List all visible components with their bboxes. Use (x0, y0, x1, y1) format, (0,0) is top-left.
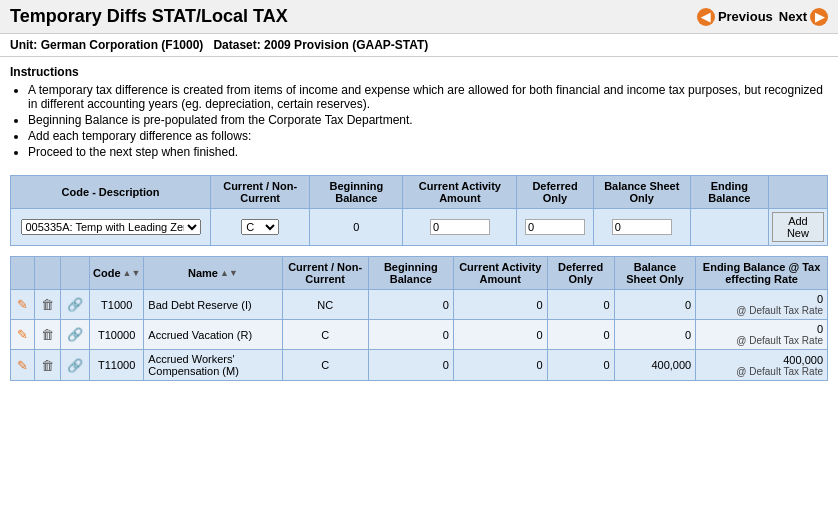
link-button[interactable]: 🔗 (65, 327, 85, 342)
edit-cell: ✎ (11, 290, 35, 320)
th-beg-balance: Beginning Balance (310, 176, 403, 209)
unit-value: German Corporation (F1000) (41, 38, 204, 52)
entry-deferred-only-cell (517, 209, 593, 246)
entry-balance-sheet-cell (593, 209, 690, 246)
delete-button[interactable]: 🗑 (39, 327, 56, 342)
entry-curr-activity-cell (403, 209, 517, 246)
link-button[interactable]: 🔗 (65, 297, 85, 312)
th-deferred-only: Deferred Only (517, 176, 593, 209)
nav-buttons: ◀ Previous Next ▶ (697, 8, 828, 26)
instruction-item-2: Beginning Balance is pre-populated from … (28, 113, 828, 127)
th-data-code: Code ▲▼ (90, 257, 144, 290)
row-beg-balance: 0 (368, 320, 453, 350)
code-desc-dropdown[interactable]: 005335A: Temp with Leading Zero (21, 219, 201, 235)
row-deferred-only: 0 (547, 350, 614, 381)
edit-cell: ✎ (11, 320, 35, 350)
next-button[interactable]: Next ▶ (779, 8, 828, 26)
name-sort-icon: ▲▼ (220, 268, 238, 278)
row-code: T1000 (90, 290, 144, 320)
delete-button[interactable]: 🗑 (39, 358, 56, 373)
instructions-title: Instructions (10, 65, 828, 79)
entry-beg-balance-cell: 0 (310, 209, 403, 246)
instruction-item-3: Add each temporary difference as follows… (28, 129, 828, 143)
row-curr: C (282, 350, 368, 381)
th-data-name: Name ▲▼ (144, 257, 282, 290)
instructions-list: A temporary tax difference is created fr… (10, 83, 828, 159)
edit-button[interactable]: ✎ (15, 358, 30, 373)
th-col1 (11, 257, 35, 290)
entry-code-desc-cell: 005335A: Temp with Leading Zero (11, 209, 211, 246)
row-curr: NC (282, 290, 368, 320)
row-curr-activity: 0 (453, 290, 547, 320)
th-col2 (35, 257, 61, 290)
row-ending-balance: 400,000 @ Default Tax Rate (696, 350, 828, 381)
link-button[interactable]: 🔗 (65, 358, 85, 373)
table-row: ✎ 🗑 🔗 T1000 Bad Debt Reserve (I) NC 0 0 … (11, 290, 828, 320)
th-curr-non-curr: Current / Non-Current (211, 176, 310, 209)
row-curr: C (282, 320, 368, 350)
previous-button[interactable]: ◀ Previous (697, 8, 773, 26)
th-data-activity: Current Activity Amount (453, 257, 547, 290)
link-cell: 🔗 (61, 320, 90, 350)
prev-circle-icon: ◀ (697, 8, 715, 26)
row-beg-balance: 0 (368, 350, 453, 381)
edit-button[interactable]: ✎ (15, 297, 30, 312)
tax-rate-label: @ Default Tax Rate (700, 305, 823, 316)
row-beg-balance: 0 (368, 290, 453, 320)
data-table-section: Code ▲▼ Name ▲▼ Current / Non-Current Be… (0, 252, 838, 391)
delete-button[interactable]: 🗑 (39, 297, 56, 312)
curr-activity-input[interactable] (430, 219, 490, 235)
entry-table: Code - Description Current / Non-Current… (10, 175, 828, 246)
th-data-beg: Beginning Balance (368, 257, 453, 290)
entry-input-row: 005335A: Temp with Leading Zero C NC 0 (11, 209, 828, 246)
header-bar: Temporary Diffs STAT/Local TAX ◀ Previou… (0, 0, 838, 34)
table-row: ✎ 🗑 🔗 T10000 Accrued Vacation (R) C 0 0 … (11, 320, 828, 350)
add-new-button[interactable]: Add New (772, 212, 824, 242)
th-action (768, 176, 827, 209)
table-row: ✎ 🗑 🔗 T11000 Accrued Workers' Compensati… (11, 350, 828, 381)
tax-rate-label: @ Default Tax Rate (700, 335, 823, 346)
deferred-only-input[interactable] (525, 219, 585, 235)
th-code-desc: Code - Description (11, 176, 211, 209)
th-curr-activity: Current Activity Amount (403, 176, 517, 209)
row-balance-sheet: 0 (614, 290, 696, 320)
data-table: Code ▲▼ Name ▲▼ Current / Non-Current Be… (10, 256, 828, 381)
th-ending-balance: Ending Balance (690, 176, 768, 209)
row-deferred-only: 0 (547, 290, 614, 320)
row-code: T11000 (90, 350, 144, 381)
row-balance-sheet: 0 (614, 320, 696, 350)
tax-rate-label: @ Default Tax Rate (700, 366, 823, 377)
entry-form-section: Code - Description Current / Non-Current… (0, 169, 838, 252)
curr-non-curr-select[interactable]: C NC (241, 219, 279, 235)
th-data-ending: Ending Balance @ Tax effecting Rate (696, 257, 828, 290)
th-data-deferred: Deferred Only (547, 257, 614, 290)
row-deferred-only: 0 (547, 320, 614, 350)
link-cell: 🔗 (61, 350, 90, 381)
name-sort-header: Name ▲▼ (147, 267, 278, 279)
th-data-curr: Current / Non-Current (282, 257, 368, 290)
row-code: T10000 (90, 320, 144, 350)
page-title: Temporary Diffs STAT/Local TAX (10, 6, 288, 27)
dataset-value: 2009 Provision (GAAP-STAT) (264, 38, 428, 52)
beg-balance-value: 0 (353, 221, 359, 233)
dataset-label: Dataset: (213, 38, 260, 52)
row-balance-sheet: 400,000 (614, 350, 696, 381)
row-ending-balance: 0 @ Default Tax Rate (696, 320, 828, 350)
unit-label: Unit: (10, 38, 37, 52)
delete-cell: 🗑 (35, 290, 61, 320)
balance-sheet-input[interactable] (612, 219, 672, 235)
th-data-balance-sheet: Balance Sheet Only (614, 257, 696, 290)
entry-ending-balance-cell (690, 209, 768, 246)
delete-cell: 🗑 (35, 320, 61, 350)
instruction-item-1: A temporary tax difference is created fr… (28, 83, 828, 111)
code-sort-header: Code ▲▼ (93, 267, 140, 279)
row-name: Bad Debt Reserve (I) (144, 290, 282, 320)
entry-add-new-cell: Add New (768, 209, 827, 246)
th-balance-sheet-only: Balance Sheet Only (593, 176, 690, 209)
row-name: Accrued Vacation (R) (144, 320, 282, 350)
edit-button[interactable]: ✎ (15, 327, 30, 342)
row-name: Accrued Workers' Compensation (M) (144, 350, 282, 381)
th-col3 (61, 257, 90, 290)
row-curr-activity: 0 (453, 350, 547, 381)
unit-bar: Unit: German Corporation (F1000) Dataset… (0, 34, 838, 57)
